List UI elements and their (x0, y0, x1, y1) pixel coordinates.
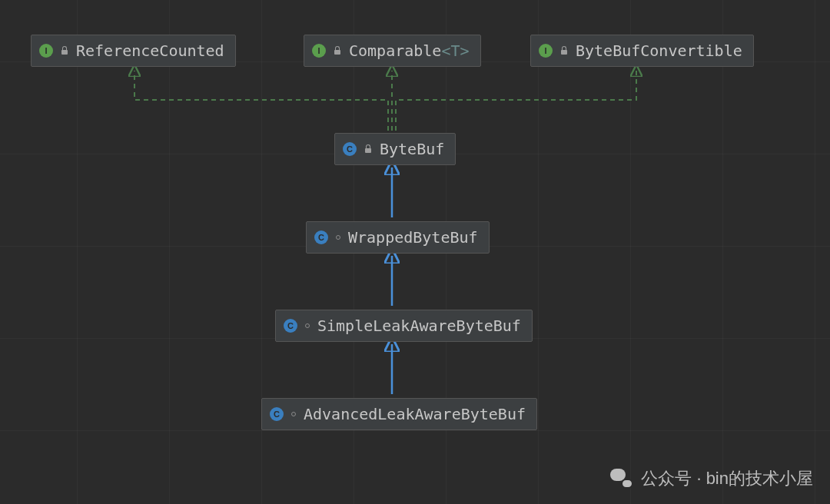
node-label: ByteBufConvertible (576, 43, 742, 58)
package-private-icon (291, 412, 296, 416)
interface-icon: I (539, 44, 553, 58)
node-simple-leak-aware-bytebuf[interactable]: C SimpleLeakAwareByteBuf (275, 310, 533, 342)
watermark: 公众号 · bin的技术小屋 (610, 467, 813, 490)
node-label: Comparable<T> (349, 43, 470, 58)
class-icon: C (314, 230, 328, 244)
class-icon: C (284, 319, 297, 333)
node-wrapped-bytebuf[interactable]: C WrappedByteBuf (306, 221, 490, 254)
package-private-icon (305, 323, 310, 328)
lock-icon (61, 47, 68, 55)
node-advanced-leak-aware-bytebuf[interactable]: C AdvancedLeakAwareByteBuf (261, 398, 537, 430)
node-bytebuf-convertible[interactable]: I ByteBufConvertible (530, 35, 754, 67)
node-comparable[interactable]: I Comparable<T> (304, 35, 481, 67)
node-label: ByteBuf (380, 141, 444, 157)
node-label: ReferenceCounted (76, 43, 224, 58)
wechat-icon (610, 467, 633, 490)
node-label: WrappedByteBuf (348, 230, 478, 245)
node-bytebuf[interactable]: C ByteBuf (334, 133, 456, 165)
package-private-icon (336, 235, 340, 240)
class-icon: C (343, 142, 357, 156)
node-label: SimpleLeakAwareByteBuf (317, 318, 521, 333)
node-label: AdvancedLeakAwareByteBuf (304, 406, 526, 422)
lock-icon (560, 47, 568, 55)
lock-icon (364, 145, 372, 153)
watermark-text: 公众号 · bin的技术小屋 (641, 467, 813, 490)
interface-icon: I (39, 44, 53, 58)
lock-icon (334, 47, 341, 55)
interface-icon: I (312, 44, 326, 58)
class-icon: C (270, 407, 284, 421)
node-reference-counted[interactable]: I ReferenceCounted (31, 35, 236, 67)
